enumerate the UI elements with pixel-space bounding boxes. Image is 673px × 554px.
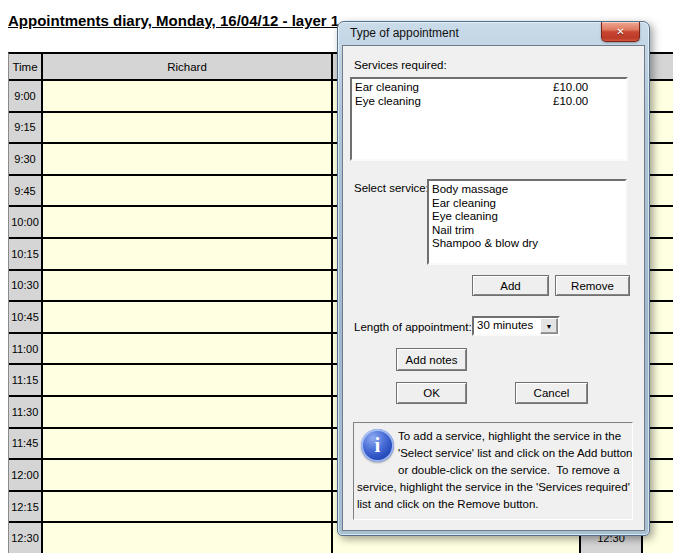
remove-button[interactable]: Remove [555,275,630,296]
appointment-slot-richard[interactable] [43,365,331,395]
service-item[interactable]: Shampoo & blow dry [432,237,625,251]
appointment-slot-richard[interactable] [43,523,331,553]
service-price: £10.00 [553,95,588,107]
appointment-slot-richard[interactable] [43,207,331,237]
appointment-slot-richard[interactable] [43,429,331,459]
length-value: 30 minutes [477,319,533,331]
appointment-slot-richard[interactable] [43,397,331,427]
time-label: 11:45 [9,429,41,459]
time-column-header: Time [9,54,41,79]
dropdown-button[interactable]: ▼ [540,318,558,334]
appointment-slot-richard[interactable] [43,302,331,332]
staff-column-header-richard: Richard [43,54,331,79]
appointment-slot-richard[interactable] [43,492,331,522]
time-label: 9:30 [9,144,41,174]
service-item[interactable]: Body massage [432,183,625,197]
info-text: list and click on the Remove button. [357,496,632,513]
service-item[interactable]: Eye cleaning [432,210,625,224]
service-item[interactable]: Nail trim [432,224,625,238]
info-text: or double-click on the service. To remov… [398,462,632,479]
cancel-button[interactable]: Cancel [515,382,588,404]
service-name: Eye cleaning [355,95,553,109]
time-label: 9:00 [9,81,41,111]
appointment-slot-richard[interactable] [43,113,331,143]
appointment-slot-richard[interactable] [43,271,331,301]
service-item[interactable]: Ear cleaning [432,197,625,211]
time-label: 9:15 [9,113,41,143]
appointment-slot-richard[interactable] [43,176,331,206]
required-service-item[interactable]: Ear cleaning£10.00 [355,81,626,95]
time-label: 12:30 [9,523,41,553]
info-text: service, highlight the service in the 'S… [357,479,632,496]
add-notes-button[interactable]: Add notes [396,348,467,371]
time-label: 10:00 [9,207,41,237]
time-label: 11:00 [9,334,41,364]
length-dropdown[interactable]: 30 minutes ▼ [472,316,560,336]
service-name: Ear cleaning [355,81,553,95]
add-button[interactable]: Add [472,275,549,296]
appointment-slot-richard[interactable] [43,334,331,364]
time-label: 12:00 [9,460,41,490]
services-required-label: Services required: [354,59,447,71]
select-service-label: Select service: [354,182,429,194]
ok-button[interactable]: OK [396,382,467,404]
close-button[interactable]: ✕ [601,22,640,42]
dialog-title: Type of appointment [350,22,459,44]
select-service-list[interactable]: Body massage Ear cleaning Eye cleaning N… [427,179,627,265]
appointment-slot-richard[interactable] [43,144,331,174]
services-required-list[interactable]: Ear cleaning£10.00 Eye cleaning£10.00 [350,77,628,161]
dialog-titlebar[interactable]: Type of appointment ✕ [338,22,649,45]
appointment-slot-richard[interactable] [43,81,331,111]
info-text: 'Select service' list and click on the A… [398,445,632,462]
type-of-appointment-dialog: Type of appointment ✕ Services required:… [337,21,650,536]
time-label: 10:30 [9,271,41,301]
info-text: To add a service, highlight the service … [398,428,632,445]
length-of-appointment-label: Length of appointment: [354,321,472,333]
page-title: Appointments diary, Monday, 16/04/12 - l… [8,12,339,29]
service-price: £10.00 [553,81,588,93]
required-service-item[interactable]: Eye cleaning£10.00 [355,95,626,109]
appointments-diary-screen: Appointments diary, Monday, 16/04/12 - l… [0,0,673,554]
time-label: 10:45 [9,302,41,332]
close-icon: ✕ [616,26,624,37]
chevron-down-icon: ▼ [546,323,553,330]
appointment-slot-richard[interactable] [43,239,331,269]
time-label: 9:45 [9,176,41,206]
time-label: 11:30 [9,397,41,427]
info-panel: i To add a service, highlight the servic… [353,422,633,520]
dialog-body: Services required: Ear cleaning£10.00 Ey… [342,45,645,531]
time-label: 10:15 [9,239,41,269]
time-label: 11:15 [9,365,41,395]
appointment-slot-richard[interactable] [43,460,331,490]
info-icon: i [361,429,394,462]
time-label: 12:15 [9,492,41,522]
